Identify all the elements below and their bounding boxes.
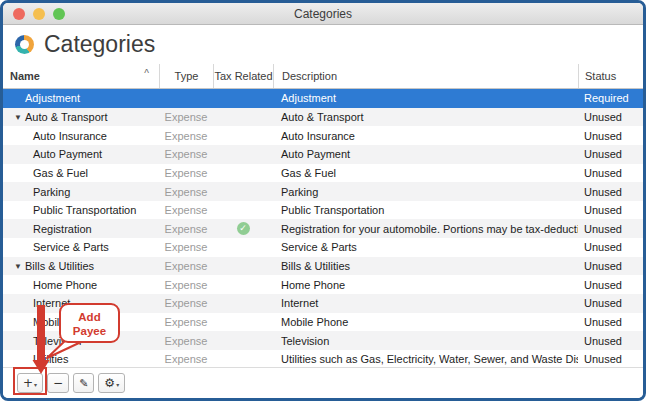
row-status: Unused <box>584 148 622 160</box>
row-status: Unused <box>584 223 622 235</box>
row-type: Expense <box>165 297 208 309</box>
column-header-type[interactable]: Type <box>159 64 213 88</box>
row-name: Utilities <box>33 353 68 365</box>
row-status: Unused <box>584 353 622 365</box>
table-row[interactable]: Utilities Expense Utilities such as Gas,… <box>3 350 643 369</box>
row-type: Expense <box>165 148 208 160</box>
row-description: Internet <box>281 297 318 309</box>
row-description: Bills & Utilities <box>281 260 350 272</box>
pencil-icon: ✎ <box>79 378 88 389</box>
table-row[interactable]: Parking Expense Parking Unused <box>3 182 643 201</box>
row-name: Gas & Fuel <box>33 167 88 179</box>
row-status: Unused <box>584 111 622 123</box>
row-type: Expense <box>165 335 208 347</box>
row-description: Adjustment <box>281 92 336 104</box>
row-type: Expense <box>165 130 208 142</box>
column-header-status[interactable]: Status <box>578 64 643 88</box>
table-row[interactable]: Adjustment Adjustment Required <box>3 89 643 108</box>
add-button[interactable]: + ▾ <box>17 373 43 393</box>
donut-chart-icon <box>15 35 34 54</box>
row-status: Unused <box>584 130 622 142</box>
row-name: Adjustment <box>25 92 80 104</box>
sort-ascending-icon: ^ <box>144 68 149 79</box>
row-type: Expense <box>165 241 208 253</box>
column-header-description[interactable]: Description <box>273 64 578 88</box>
gear-icon: ⚙ <box>104 377 115 389</box>
table-row[interactable]: Mobile Phone Expense Mobile Phone Unused <box>3 313 643 332</box>
row-description: Mobile Phone <box>281 316 348 328</box>
row-name: Television <box>33 335 81 347</box>
page-title: Categories <box>44 31 155 58</box>
row-status: Unused <box>584 279 622 291</box>
row-name: Auto & Transport <box>25 111 108 123</box>
row-name: Auto Payment <box>33 148 102 160</box>
row-type: Expense <box>165 186 208 198</box>
row-name: Parking <box>33 186 70 198</box>
row-type: Expense <box>165 260 208 272</box>
row-description: Auto & Transport <box>281 111 364 123</box>
disclosure-triangle-icon[interactable]: ▼ <box>14 262 22 271</box>
column-header-name[interactable]: Name ^ <box>3 64 159 88</box>
actions-button[interactable]: ⚙ ▾ <box>98 373 125 393</box>
edit-button[interactable]: ✎ <box>73 373 94 393</box>
row-description: Auto Insurance <box>281 130 355 142</box>
window-title: Categories <box>294 7 352 21</box>
row-name: Bills & Utilities <box>25 260 94 272</box>
row-name: Auto Insurance <box>33 130 107 142</box>
row-status: Unused <box>584 297 622 309</box>
column-header-tax-related[interactable]: Tax Related <box>213 64 273 88</box>
row-description: Television <box>281 335 329 347</box>
table-row[interactable]: ▼ Bills & Utilities Expense Bills & Util… <box>3 257 643 276</box>
row-name: Public Transportation <box>33 204 136 216</box>
table-row[interactable]: Public Transportation Expense Public Tra… <box>3 201 643 220</box>
chevron-down-icon: ▾ <box>34 381 37 388</box>
table-row[interactable]: Auto Payment Expense Auto Payment Unused <box>3 145 643 164</box>
table-row[interactable]: Auto Insurance Expense Auto Insurance Un… <box>3 126 643 145</box>
remove-button[interactable]: − <box>47 373 69 393</box>
table-row[interactable]: Television Expense Television Unused <box>3 331 643 350</box>
categories-window: Categories Categories Name ^ Type Tax Re… <box>0 0 646 401</box>
row-status: Unused <box>584 335 622 347</box>
row-type: Expense <box>165 111 208 123</box>
traffic-lights <box>13 3 65 24</box>
close-button[interactable] <box>13 8 25 20</box>
row-type: Expense <box>165 223 208 235</box>
row-name: Internet <box>33 297 70 309</box>
row-description: Service & Parts <box>281 241 357 253</box>
row-status: Unused <box>584 260 622 272</box>
tax-check-icon: ✓ <box>237 222 250 235</box>
row-name: Service & Parts <box>33 241 109 253</box>
row-status: Unused <box>584 167 622 179</box>
table-row[interactable]: Gas & Fuel Expense Gas & Fuel Unused <box>3 164 643 183</box>
row-description: Public Transportation <box>281 204 384 216</box>
minimize-button[interactable] <box>33 8 45 20</box>
row-status: Required <box>584 92 629 104</box>
row-status: Unused <box>584 241 622 253</box>
row-description: Home Phone <box>281 279 345 291</box>
table-body: Adjustment Adjustment Required ▼ Auto & … <box>3 89 643 369</box>
minus-icon: − <box>53 377 63 389</box>
disclosure-triangle-icon[interactable]: ▼ <box>14 112 22 121</box>
plus-icon: + <box>23 377 33 389</box>
row-description: Utilities such as Gas, Electricity, Wate… <box>281 353 578 365</box>
row-name: Home Phone <box>33 279 97 291</box>
title-bar: Categories <box>3 3 643 25</box>
row-name: Mobile Phone <box>33 316 100 328</box>
zoom-button[interactable] <box>53 8 65 20</box>
chevron-down-icon: ▾ <box>116 381 119 388</box>
row-description: Gas & Fuel <box>281 167 336 179</box>
row-status: Unused <box>584 204 622 216</box>
table-row[interactable]: Home Phone Expense Home Phone Unused <box>3 275 643 294</box>
table-row[interactable]: Registration Expense ✓ Registration for … <box>3 219 643 238</box>
table-row[interactable]: ▼ Auto & Transport Expense Auto & Transp… <box>3 108 643 127</box>
table-header: Name ^ Type Tax Related Description Stat… <box>3 64 643 89</box>
table-row[interactable]: Internet Expense Internet Unused <box>3 294 643 313</box>
row-type: Expense <box>165 204 208 216</box>
row-type: Expense <box>165 167 208 179</box>
row-description: Registration for your automobile. Portio… <box>281 223 578 235</box>
app-header: Categories <box>3 25 643 64</box>
table-row[interactable]: Service & Parts Expense Service & Parts … <box>3 238 643 257</box>
row-type: Expense <box>165 279 208 291</box>
row-status: Unused <box>584 316 622 328</box>
row-description: Parking <box>281 186 318 198</box>
